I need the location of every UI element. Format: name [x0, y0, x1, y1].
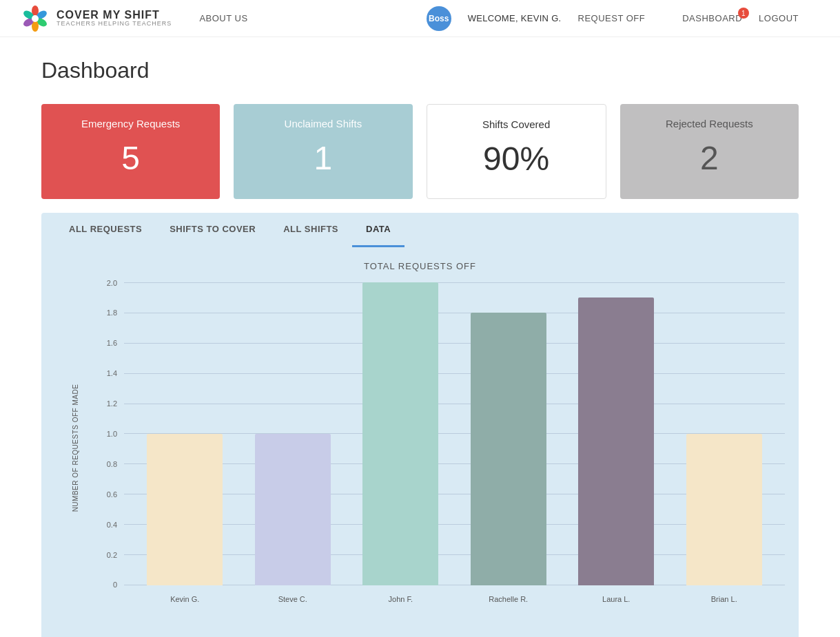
grid-label: 1.2 [96, 399, 117, 408]
bar-labels-row: Kevin G.Steve C.John F.Rachelle R.Laura … [124, 585, 785, 613]
stat-value: 5 [55, 139, 206, 177]
tabs-area: ALL REQUESTSSHIFTS TO COVERALL SHIFTSDAT… [41, 213, 799, 247]
bar [255, 434, 331, 585]
bar [147, 434, 223, 585]
chart-inner: 2.0 1.8 1.6 1.4 1.2 1.0 0.8 0.6 0.4 0.2 … [96, 282, 785, 613]
stat-card-unclaimed: Unclaimed Shifts 1 [234, 104, 412, 199]
svg-point-7 [32, 15, 39, 22]
logout-link[interactable]: LOGOUT [759, 13, 799, 23]
bar-label: Brian L. [686, 595, 762, 603]
stat-label: Rejected Requests [634, 118, 785, 129]
stat-card-emergency: Emergency Requests 5 [41, 104, 220, 199]
page-title: Dashboard [41, 58, 799, 83]
grid-label: 0 [96, 581, 117, 589]
navbar: COVER MY SHIFT TEACHERS HELPING TEACHERS… [0, 0, 840, 37]
grid-label: 1.6 [96, 339, 117, 347]
bar-group [578, 282, 654, 585]
stat-value: 2 [634, 139, 785, 177]
logo-text: COVER MY SHIFT TEACHERS HELPING TEACHERS [57, 9, 172, 28]
about-link[interactable]: ABOUT US [199, 13, 247, 23]
welcome-text: WELCOME, KEVIN G. [468, 13, 562, 23]
logo-title: COVER MY SHIFT [57, 9, 172, 21]
chart-container: TOTAL REQUESTS OFF NUMBER OF REQUESTS OF… [41, 247, 799, 637]
logo-icon [21, 4, 50, 33]
stat-label: Emergency Requests [55, 118, 206, 129]
stat-label: Unclaimed Shifts [247, 118, 398, 129]
bar [471, 313, 546, 585]
stat-value: 90% [441, 140, 592, 178]
bar-group [471, 282, 546, 585]
nav-right: Boss WELCOME, KEVIN G. REQUEST OFF DASHB… [427, 6, 819, 31]
y-axis-label: NUMBER OF REQUESTS OFF MADE [72, 384, 80, 512]
request-off-link[interactable]: REQUEST OFF [578, 13, 646, 23]
bar-group [147, 282, 223, 585]
boss-badge: Boss [427, 6, 451, 31]
grid-label: 1.4 [96, 369, 117, 377]
logo-sub: TEACHERS HELPING TEACHERS [57, 21, 172, 28]
bar-group [686, 282, 762, 585]
grid-label: 0.4 [96, 521, 117, 529]
grid-label: 0.2 [96, 551, 117, 559]
grid-label: 0.6 [96, 490, 117, 499]
dashboard-badge: 1 [738, 8, 749, 19]
stat-card-rejected: Rejected Requests 2 [620, 104, 799, 199]
tab-all-shifts[interactable]: ALL SHIFTS [269, 213, 352, 247]
bar-label: John F. [362, 595, 438, 603]
tab-all-requests[interactable]: ALL REQUESTS [55, 213, 156, 247]
stat-label: Shifts Covered [441, 118, 592, 130]
tabs: ALL REQUESTSSHIFTS TO COVERALL SHIFTSDAT… [55, 213, 785, 247]
chart-title: TOTAL REQUESTS OFF [55, 261, 785, 271]
bars-container [124, 282, 785, 585]
grid-label: 1.0 [96, 430, 117, 438]
bar-group [255, 282, 331, 585]
bar-label: Steve C. [255, 595, 331, 603]
dashboard-link[interactable]: DASHBOARD 1 [682, 13, 742, 23]
grid-label: 1.8 [96, 309, 117, 317]
grid-label: 0.8 [96, 460, 117, 468]
grid-label: 2.0 [96, 279, 117, 287]
main-content: Dashboard Emergency Requests 5 Unclaimed… [0, 37, 840, 637]
bar [686, 434, 762, 585]
logo[interactable]: COVER MY SHIFT TEACHERS HELPING TEACHERS [21, 4, 172, 33]
stat-card-covered: Shifts Covered 90% [427, 104, 606, 199]
chart-wrap: NUMBER OF REQUESTS OFF MADE 2.0 1.8 1.6 … [55, 282, 785, 637]
bar [578, 297, 654, 585]
stat-cards: Emergency Requests 5 Unclaimed Shifts 1 … [41, 104, 799, 199]
stat-value: 1 [247, 139, 398, 177]
bar-label: Rachelle R. [471, 595, 546, 603]
tab-shifts-to-cover[interactable]: SHIFTS TO COVER [156, 213, 269, 247]
bar-label: Laura L. [578, 595, 654, 603]
tab-data[interactable]: DATA [352, 213, 404, 247]
bar-label: Kevin G. [147, 595, 223, 603]
bar-group [362, 282, 438, 585]
bar [362, 282, 438, 585]
